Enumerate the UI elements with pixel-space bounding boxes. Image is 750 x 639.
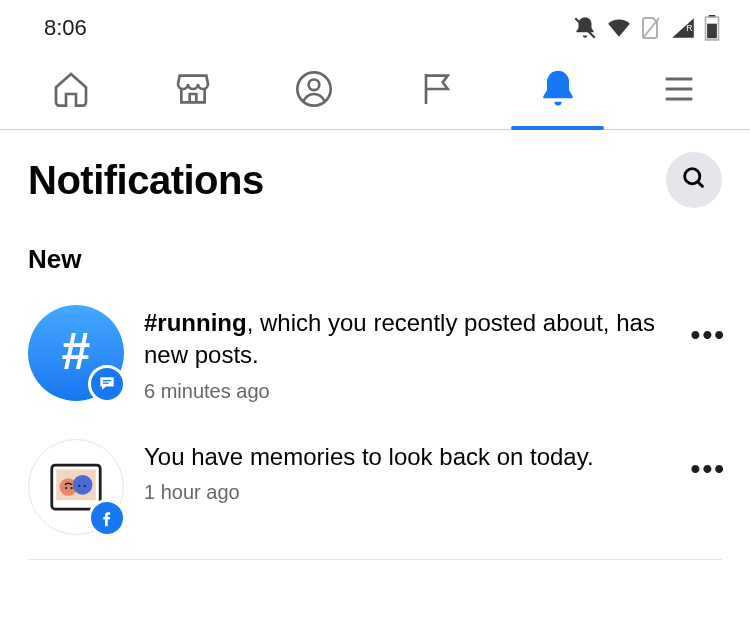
svg-text:R: R — [686, 23, 692, 33]
marketplace-icon — [173, 69, 213, 113]
notification-avatar: # — [28, 305, 124, 401]
tab-profile[interactable] — [253, 52, 375, 129]
svg-point-12 — [685, 169, 700, 184]
svg-rect-5 — [707, 24, 717, 39]
menu-icon — [659, 69, 699, 113]
tab-home[interactable] — [10, 52, 132, 129]
notification-item[interactable]: # #running, which you recently posted ab… — [0, 287, 750, 421]
bell-icon — [536, 67, 580, 115]
wifi-icon — [606, 17, 632, 39]
notification-text: You have memories to look back on today. — [144, 441, 667, 473]
svg-point-21 — [71, 487, 73, 489]
notification-body: #running, which you recently posted abou… — [144, 305, 667, 403]
notification-highlight: #running — [144, 309, 247, 336]
notification-more-button[interactable]: ••• — [687, 305, 730, 351]
status-icons: R — [572, 15, 720, 41]
tab-pages[interactable] — [375, 52, 497, 129]
svg-point-23 — [84, 485, 86, 487]
status-bar: 8:06 R — [0, 0, 750, 52]
flag-icon — [416, 69, 456, 113]
top-nav — [0, 52, 750, 130]
notification-list: # #running, which you recently posted ab… — [0, 287, 750, 560]
search-button[interactable] — [666, 152, 722, 208]
page-header: Notifications — [0, 130, 750, 218]
svg-point-22 — [78, 485, 80, 487]
notification-body: You have memories to look back on today.… — [144, 439, 667, 504]
notifications-muted-icon — [572, 15, 598, 41]
notification-item[interactable]: You have memories to look back on today.… — [0, 421, 750, 553]
tab-marketplace[interactable] — [132, 52, 254, 129]
status-time: 8:06 — [44, 15, 87, 41]
svg-point-20 — [65, 487, 67, 489]
notification-avatar — [28, 439, 124, 535]
facebook-badge-icon — [88, 499, 126, 537]
tab-menu[interactable] — [618, 52, 740, 129]
svg-point-19 — [73, 475, 93, 495]
search-icon — [680, 164, 708, 196]
notification-more-button[interactable]: ••• — [687, 439, 730, 485]
divider — [28, 559, 722, 560]
chat-badge-icon — [88, 365, 126, 403]
notification-rest: You have memories to look back on today. — [144, 443, 594, 470]
page-title: Notifications — [28, 158, 264, 203]
battery-icon — [704, 15, 720, 41]
tab-notifications[interactable] — [497, 52, 619, 129]
profile-icon — [294, 69, 334, 113]
home-icon — [51, 69, 91, 113]
cell-signal-icon: R — [670, 16, 696, 40]
svg-line-13 — [698, 182, 704, 188]
notification-time: 1 hour ago — [144, 481, 667, 504]
notification-time: 6 minutes ago — [144, 380, 667, 403]
svg-point-7 — [309, 79, 320, 90]
no-sim-icon — [640, 16, 662, 40]
notification-text: #running, which you recently posted abou… — [144, 307, 667, 372]
section-new: New — [0, 218, 750, 287]
